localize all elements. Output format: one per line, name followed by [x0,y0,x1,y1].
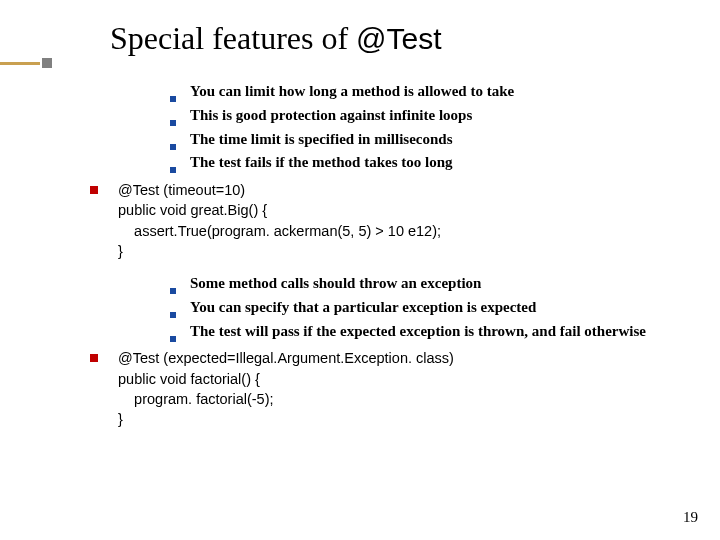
list-item: You can specify that a particular except… [170,297,680,319]
slide: Special features of @Test You can limit … [0,0,720,540]
square-bullet-icon [170,96,176,102]
sub-list-1: You can limit how long a method is allow… [170,81,680,174]
list-item-text: You can limit how long a method is allow… [190,81,514,103]
square-bullet-icon [170,144,176,150]
list-item-text: Some method calls should throw an except… [190,273,481,295]
square-bullet-icon [170,312,176,318]
list-item-text: You can specify that a particular except… [190,297,536,319]
list-item: The test will pass if the expected excep… [170,321,680,343]
page-number: 19 [683,509,698,526]
slide-title: Special features of @Test [110,20,680,57]
title-prefix: Special features of [110,20,356,56]
square-bullet-icon [90,354,98,362]
square-bullet-icon [170,336,176,342]
code-example-1: @Test (timeout=10) public void great.Big… [90,180,680,261]
code-block: @Test (timeout=10) public void great.Big… [118,180,441,261]
code-block: @Test (expected=Illegal.Argument.Excepti… [118,348,454,429]
square-bullet-icon [90,186,98,194]
list-item: The test fails if the method takes too l… [170,152,680,174]
list-item-text: The time limit is specified in milliseco… [190,129,453,151]
list-item: You can limit how long a method is allow… [170,81,680,103]
square-bullet-icon [170,167,176,173]
square-bullet-icon [170,120,176,126]
list-item-text: This is good protection against infinite… [190,105,472,127]
list-item: This is good protection against infinite… [170,105,680,127]
code-example-2: @Test (expected=Illegal.Argument.Excepti… [90,348,680,429]
list-item-text: The test will pass if the expected excep… [190,321,646,343]
accent-box [42,58,52,68]
title-suffix: @Test [356,22,441,55]
slide-content: You can limit how long a method is allow… [60,81,680,430]
accent-line [0,62,40,65]
list-item-text: The test fails if the method takes too l… [190,152,453,174]
square-bullet-icon [170,288,176,294]
sub-list-2: Some method calls should throw an except… [170,273,680,342]
list-item: Some method calls should throw an except… [170,273,680,295]
list-item: The time limit is specified in milliseco… [170,129,680,151]
